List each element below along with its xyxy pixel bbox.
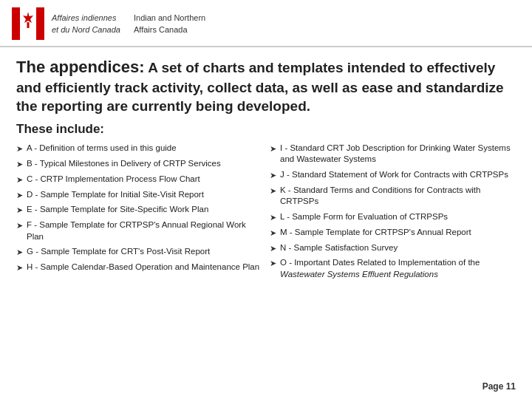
header-english: Indian and Northern Affairs Canada bbox=[134, 12, 205, 36]
italic-text: Wastewater Systems Effluent Regulations bbox=[280, 270, 438, 279]
item-text: B - Typical Milestones in Delivery of CR… bbox=[27, 158, 221, 170]
item-text: N - Sample Satisfaction Survey bbox=[280, 242, 398, 254]
item-text: A - Definition of terms used in this gui… bbox=[27, 143, 177, 154]
bullet-icon: ➤ bbox=[16, 262, 23, 273]
list-item: ➤O - Important Dates Related to Implemen… bbox=[270, 257, 516, 280]
header: Affaires indiennes et du Nord Canada Ind… bbox=[0, 0, 532, 47]
item-text: J - Standard Statement of Work for Contr… bbox=[280, 169, 508, 181]
item-text: G - Sample Template for CRT's Post-Visit… bbox=[27, 246, 210, 258]
list-item: ➤D - Sample Template for Initial Site-Vi… bbox=[16, 189, 262, 201]
list-item: ➤A - Definition of terms used in this gu… bbox=[16, 143, 262, 154]
item-text: O - Important Dates Related to Implement… bbox=[280, 257, 516, 280]
item-text: H - Sample Calendar-Based Operation and … bbox=[27, 262, 259, 273]
bullet-icon: ➤ bbox=[16, 247, 23, 258]
list-item: ➤L - Sample Form for Evaluation of CTRPS… bbox=[270, 211, 516, 223]
list-item: ➤G - Sample Template for CRT's Post-Visi… bbox=[16, 246, 262, 258]
title-block: The appendices: A set of charts and temp… bbox=[16, 56, 516, 116]
item-text: E - Sample Template for Site-Specific Wo… bbox=[27, 204, 208, 216]
bullet-icon: ➤ bbox=[270, 258, 276, 269]
item-text: C - CRTP Implementation Process Flow Cha… bbox=[27, 174, 200, 185]
svg-rect-2 bbox=[36, 7, 44, 40]
header-text-block: Affaires indiennes et du Nord Canada Ind… bbox=[52, 12, 205, 36]
logo-area: Affaires indiennes et du Nord Canada Ind… bbox=[12, 7, 205, 40]
these-include-heading: These include: bbox=[16, 122, 516, 137]
item-text: I - Standard CRT Job Description for Dri… bbox=[280, 143, 516, 166]
title-appendices-word: The appendices: bbox=[16, 58, 145, 76]
two-col-list: ➤A - Definition of terms used in this gu… bbox=[16, 143, 516, 284]
canada-flag-icon bbox=[12, 7, 44, 40]
list-item: ➤M - Sample Template for CRTPSP's Annual… bbox=[270, 227, 516, 239]
main-content: The appendices: A set of charts and temp… bbox=[0, 47, 532, 291]
bullet-icon: ➤ bbox=[16, 205, 23, 216]
item-text: M - Sample Template for CRTPSP's Annual … bbox=[280, 227, 471, 239]
list-item: ➤C - CRTP Implementation Process Flow Ch… bbox=[16, 174, 262, 185]
list-item: ➤F - Sample Template for CRTPSP's Annual… bbox=[16, 219, 262, 242]
page-title: The appendices: A set of charts and temp… bbox=[16, 56, 516, 116]
item-text: L - Sample Form for Evaluation of CTRPSP… bbox=[280, 211, 448, 223]
page-number: Page 11 bbox=[482, 381, 516, 392]
bullet-icon: ➤ bbox=[270, 212, 276, 223]
svg-rect-4 bbox=[27, 22, 30, 28]
bullet-icon: ➤ bbox=[16, 220, 23, 231]
bullet-icon: ➤ bbox=[270, 170, 276, 181]
left-column: ➤A - Definition of terms used in this gu… bbox=[16, 143, 270, 284]
item-text: F - Sample Template for CRTPSP's Annual … bbox=[27, 219, 262, 242]
bullet-icon: ➤ bbox=[16, 143, 23, 154]
bullet-icon: ➤ bbox=[270, 228, 276, 239]
right-column: ➤I - Standard CRT Job Description for Dr… bbox=[270, 143, 516, 284]
bullet-icon: ➤ bbox=[270, 143, 276, 154]
item-text: K - Standard Terms and Conditions for Co… bbox=[280, 185, 516, 208]
list-item: ➤K - Standard Terms and Conditions for C… bbox=[270, 185, 516, 208]
item-text: D - Sample Template for Initial Site-Vis… bbox=[27, 189, 204, 201]
bullet-icon: ➤ bbox=[16, 174, 23, 185]
footer: Page 11 bbox=[482, 381, 516, 392]
page: Affaires indiennes et du Nord Canada Ind… bbox=[0, 0, 532, 399]
list-item: ➤J - Standard Statement of Work for Cont… bbox=[270, 169, 516, 181]
bullet-icon: ➤ bbox=[270, 185, 276, 197]
bullet-icon: ➤ bbox=[16, 159, 23, 170]
list-item: ➤H - Sample Calendar-Based Operation and… bbox=[16, 262, 262, 273]
header-french: Affaires indiennes et du Nord Canada bbox=[52, 12, 120, 36]
list-item: ➤N - Sample Satisfaction Survey bbox=[270, 242, 516, 254]
list-item: ➤E - Sample Template for Site-Specific W… bbox=[16, 204, 262, 216]
list-item: ➤B - Typical Milestones in Delivery of C… bbox=[16, 158, 262, 170]
bullet-icon: ➤ bbox=[270, 243, 276, 254]
bullet-icon: ➤ bbox=[16, 190, 23, 201]
svg-rect-0 bbox=[12, 7, 20, 40]
list-item: ➤I - Standard CRT Job Description for Dr… bbox=[270, 143, 516, 166]
